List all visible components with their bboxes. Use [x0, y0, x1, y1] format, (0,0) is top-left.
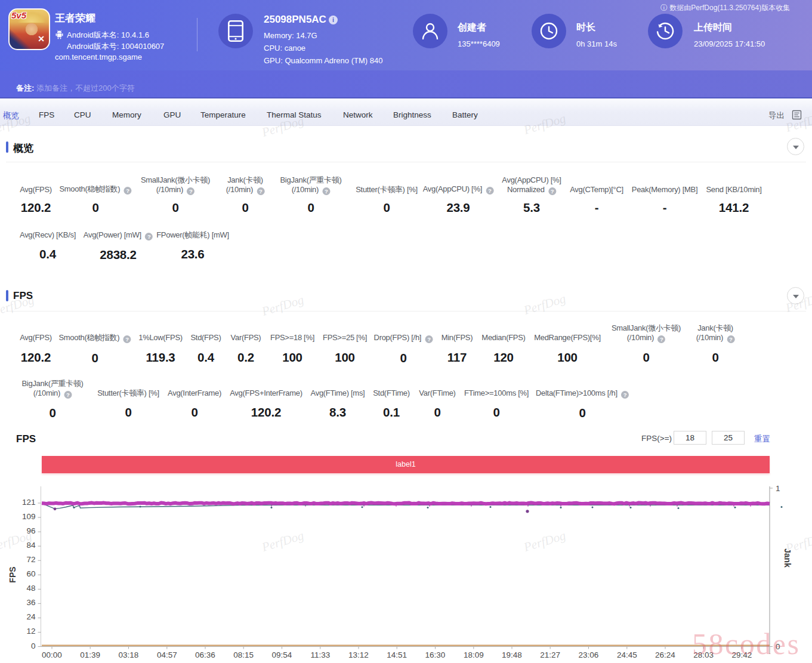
svg-text:60: 60	[26, 569, 35, 578]
svg-text:FPS: FPS	[8, 566, 17, 582]
svg-text:19:48: 19:48	[502, 650, 522, 659]
svg-text:26:24: 26:24	[655, 650, 675, 659]
svg-text:13:12: 13:12	[348, 650, 369, 659]
svg-text:109: 109	[22, 512, 36, 521]
svg-text:14:51: 14:51	[387, 650, 407, 659]
svg-text:48: 48	[26, 584, 35, 593]
svg-text:24: 24	[26, 612, 36, 621]
svg-text:03:18: 03:18	[119, 650, 139, 659]
svg-text:24:45: 24:45	[617, 650, 637, 659]
svg-text:1: 1	[776, 484, 780, 493]
svg-text:00:00: 00:00	[42, 650, 62, 659]
svg-text:11:33: 11:33	[310, 650, 330, 659]
svg-text:72: 72	[26, 555, 35, 564]
svg-text:04:57: 04:57	[157, 650, 177, 659]
svg-text:18:09: 18:09	[464, 650, 484, 659]
svg-text:21:27: 21:27	[540, 650, 560, 659]
svg-text:09:54: 09:54	[272, 650, 292, 659]
svg-text:12: 12	[26, 627, 35, 636]
svg-text:0: 0	[31, 642, 36, 650]
svg-text:36: 36	[26, 598, 35, 607]
svg-text:121: 121	[22, 498, 36, 507]
svg-text:08:15: 08:15	[233, 650, 254, 659]
svg-text:01:39: 01:39	[80, 650, 100, 659]
svg-text:23:06: 23:06	[579, 650, 599, 659]
svg-text:16:30: 16:30	[425, 650, 446, 659]
svg-text:06:36: 06:36	[195, 650, 215, 659]
